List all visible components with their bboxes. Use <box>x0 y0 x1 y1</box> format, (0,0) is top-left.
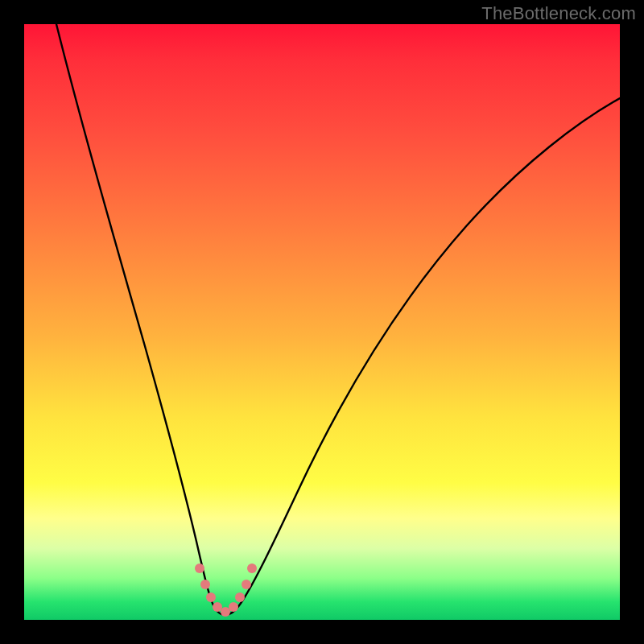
svg-point-5 <box>229 602 238 612</box>
svg-point-2 <box>206 592 216 602</box>
svg-point-7 <box>242 580 251 589</box>
curve-layer <box>24 24 620 620</box>
svg-point-4 <box>221 607 230 617</box>
svg-point-0 <box>195 564 204 573</box>
svg-point-1 <box>200 580 210 589</box>
bottleneck-curve <box>56 24 620 615</box>
chart-frame: TheBottleneck.com <box>0 0 644 644</box>
svg-point-3 <box>213 602 222 612</box>
watermark-text: TheBottleneck.com <box>481 3 636 24</box>
plot-area <box>24 24 620 620</box>
svg-point-6 <box>235 592 245 602</box>
svg-point-8 <box>247 564 257 573</box>
